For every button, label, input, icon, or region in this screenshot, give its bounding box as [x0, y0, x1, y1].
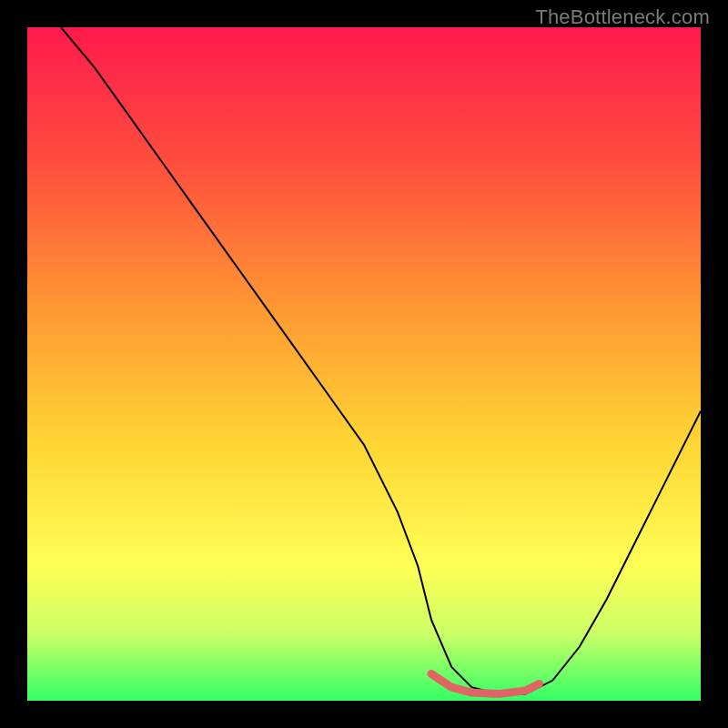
chart-svg — [27, 27, 701, 701]
plot-area — [27, 27, 701, 701]
watermark-text: TheBottleneck.com — [535, 5, 710, 29]
chart-background — [27, 27, 701, 701]
chart-frame: TheBottleneck.com — [0, 0, 728, 728]
